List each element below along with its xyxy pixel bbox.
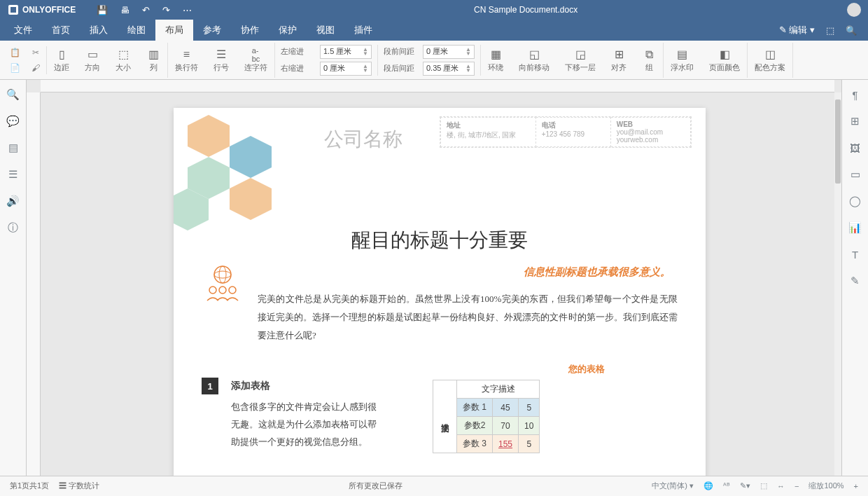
page-color-button[interactable]: ◧页面颜色: [705, 46, 744, 74]
document-page[interactable]: 公司名称 地址楼, 街, 城市/地区, 国家 电话+123 456 789 WE…: [174, 108, 706, 476]
word-count[interactable]: ☰ 字数统计: [59, 481, 99, 491]
watermark-button[interactable]: ▤浮水印: [666, 46, 698, 74]
paste-icon[interactable]: 📄: [8, 62, 21, 74]
paragraph-settings-icon[interactable]: ¶: [849, 88, 862, 101]
before-spacing-input[interactable]: 0 厘米▲▼: [423, 45, 475, 59]
speaker-icon[interactable]: 🔊: [7, 195, 20, 207]
breaks-button[interactable]: ≡换行符: [171, 46, 202, 74]
spellcheck-icon[interactable]: 🌐: [704, 481, 713, 490]
document-subtitle: 信息性副标题也承载很多意义。: [524, 266, 671, 279]
abc-icon[interactable]: ᴬᴮ: [723, 481, 730, 490]
table-settings-icon[interactable]: ⊞: [849, 115, 862, 128]
align-button[interactable]: ⊞对齐: [607, 46, 631, 74]
shape-settings-icon[interactable]: ◯: [849, 195, 862, 207]
fit-width-icon[interactable]: ↔: [777, 482, 785, 490]
hyphenation-button[interactable]: a-bc连字符: [240, 46, 272, 74]
signature-icon[interactable]: ✎: [849, 275, 862, 287]
right-sidebar: ¶ ⊞ 🖼 ▭ ◯ 📊 T ✎: [841, 80, 868, 476]
text-art-icon[interactable]: T: [849, 248, 862, 261]
bring-forward-button[interactable]: ◱向前移动: [514, 46, 554, 74]
size-button[interactable]: ⬚大小: [111, 46, 135, 74]
columns-button[interactable]: ▥列: [142, 46, 164, 74]
margins-icon: ▯: [55, 48, 69, 62]
page-color-icon: ◧: [718, 48, 732, 62]
svg-point-8: [209, 287, 216, 294]
zoom-level[interactable]: 缩放100%: [808, 481, 844, 491]
size-icon: ⬚: [116, 48, 130, 62]
save-icon[interactable]: 💾: [97, 5, 108, 15]
send-backward-button[interactable]: ◲下移一层: [561, 46, 600, 74]
copy-icon[interactable]: 📋: [8, 46, 21, 59]
tab-protection[interactable]: 保护: [269, 20, 307, 41]
menu-tabs: 文件 首页 插入 绘图 布局 参考 协作 保护 视图 插件 ✎ 编辑 ▾ ⬚ 🔍: [0, 20, 868, 41]
after-spacing-label: 段后间距: [384, 63, 419, 74]
margins-button[interactable]: ▯边距: [50, 46, 74, 74]
group-button[interactable]: ⧉组: [638, 46, 660, 74]
doc-language[interactable]: 中文(简体) ▾: [652, 481, 694, 491]
tab-plugins[interactable]: 插件: [344, 20, 382, 41]
open-location-icon[interactable]: ⬚: [826, 25, 834, 36]
table-title: 您的表格: [496, 363, 678, 376]
page-count[interactable]: 第1页共1页: [10, 481, 49, 491]
format-painter-icon[interactable]: 🖌: [29, 62, 42, 74]
tab-file[interactable]: 文件: [4, 20, 42, 41]
header-footer-icon[interactable]: ▭: [849, 168, 862, 181]
print-icon[interactable]: 🖶: [120, 5, 130, 15]
tab-home[interactable]: 首页: [42, 20, 80, 41]
fit-page-icon[interactable]: ⬚: [760, 481, 767, 490]
wrap-button[interactable]: ▦环绕: [484, 46, 507, 74]
color-scheme-button[interactable]: ◫配色方案: [750, 46, 790, 74]
save-status: 所有更改已保存: [349, 481, 402, 491]
vertical-ruler[interactable]: [27, 92, 41, 476]
vertical-scrollbar[interactable]: [834, 92, 841, 476]
orientation-icon: ▭: [85, 48, 99, 62]
status-bar: 第1页共1页 ☰ 字数统计 所有更改已保存 中文(简体) ▾ 🌐 ᴬᴮ ✎▾ ⬚…: [0, 476, 868, 495]
document-body-text: 完美的文件总是从完美的标题开始的。虽然世界上没有100%完美的东西，但我们希望每…: [258, 290, 678, 345]
orientation-button[interactable]: ▭方向: [80, 46, 104, 74]
headings-icon[interactable]: ☰: [7, 168, 20, 181]
document-table: 文字描述文字描述 参数 1455 参数27010 参数 31555: [433, 380, 540, 453]
zoom-in-icon[interactable]: +: [854, 482, 858, 490]
right-indent-input[interactable]: 0 厘米▲▼: [320, 62, 372, 76]
breaks-icon: ≡: [180, 48, 194, 62]
ribbon: 📋 📄 ✂ 🖌 ▯边距 ▭方向 ⬚大小 ▥列 ≡换行符 ☰行号 a-bc连字符 …: [0, 41, 868, 80]
chart-settings-icon[interactable]: 📊: [849, 221, 862, 234]
section-body: 包含很多字的文件肯定会让人感到很无趣。这就是为什么添加表格可以帮助提供一个更好的…: [231, 399, 378, 451]
more-icon[interactable]: ⋯: [183, 5, 192, 15]
left-indent-label: 左缩进: [281, 46, 316, 57]
tab-references[interactable]: 参考: [193, 20, 231, 41]
decorative-hexagons: [174, 108, 300, 234]
logo-icon: [8, 5, 18, 15]
search-icon[interactable]: 🔍: [846, 25, 857, 36]
info-icon[interactable]: ⓘ: [7, 221, 20, 234]
comments-icon[interactable]: 💬: [7, 115, 20, 128]
image-settings-icon[interactable]: 🖼: [849, 142, 862, 154]
horizontal-ruler[interactable]: [41, 80, 834, 92]
edit-mode[interactable]: ✎ 编辑 ▾: [779, 24, 815, 36]
header-info-table: 地址楼, 街, 城市/地区, 国家 电话+123 456 789 WEByou@…: [440, 116, 692, 148]
document-canvas[interactable]: 公司名称 地址楼, 街, 城市/地区, 国家 电话+123 456 789 WE…: [27, 80, 841, 476]
tab-collaboration[interactable]: 协作: [231, 20, 269, 41]
track-changes-icon[interactable]: ✎▾: [740, 481, 750, 490]
tab-view[interactable]: 视图: [307, 20, 344, 41]
left-indent-input[interactable]: 1.5 厘米▲▼: [320, 45, 372, 59]
tab-insert[interactable]: 插入: [80, 20, 118, 41]
line-numbers-button[interactable]: ☰行号: [209, 46, 233, 74]
tab-layout[interactable]: 布局: [155, 20, 193, 41]
after-spacing-input[interactable]: 0.35 厘米▲▼: [423, 62, 475, 76]
send-backward-icon: ◲: [573, 48, 587, 62]
navigation-icon[interactable]: ▤: [7, 142, 20, 154]
bring-forward-icon: ◱: [527, 48, 541, 62]
user-avatar[interactable]: [847, 3, 861, 17]
find-icon[interactable]: 🔍: [7, 88, 20, 101]
group-icon: ⧉: [642, 48, 656, 62]
cut-icon[interactable]: ✂: [29, 46, 42, 59]
zoom-out-icon[interactable]: −: [794, 482, 799, 490]
redo-icon[interactable]: ↷: [162, 5, 170, 15]
tab-draw[interactable]: 绘图: [118, 20, 155, 41]
undo-icon[interactable]: ↶: [142, 5, 150, 15]
app-logo: ONLYOFFICE: [0, 5, 84, 15]
organization-icon: [202, 262, 244, 304]
align-icon: ⊞: [612, 48, 626, 62]
document-main-title: 醒目的标题十分重要: [174, 227, 706, 254]
